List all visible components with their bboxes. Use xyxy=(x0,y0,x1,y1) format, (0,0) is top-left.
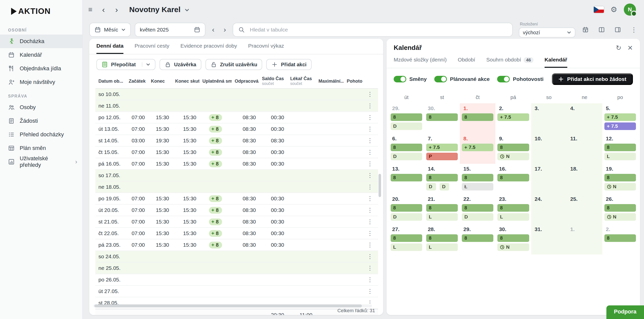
calendar-day-cell[interactable]: 12.8L xyxy=(602,134,638,164)
event-bar-shift[interactable]: 8 xyxy=(462,174,493,181)
calendar-day-cell[interactable]: 1.8 xyxy=(460,103,495,134)
event-bar-shift[interactable]: 8 xyxy=(391,144,422,151)
action-button-uz-v-rka[interactable]: Uzávěrka xyxy=(159,59,201,70)
event-bar-shift[interactable]: 8 xyxy=(497,144,529,151)
event-bar-standby[interactable]: N xyxy=(604,183,636,190)
event-bar-standby[interactable]: N xyxy=(497,153,529,160)
row-menu-button[interactable]: ⋮ xyxy=(364,160,376,167)
event-bar-shift[interactable]: 8 xyxy=(391,113,422,121)
event-bar-shift[interactable]: 8 xyxy=(391,204,422,212)
calendar-day-cell[interactable]: 20.8D xyxy=(389,194,424,224)
calendar-day-cell[interactable]: 23.8L xyxy=(495,194,531,224)
event-bar-shift[interactable]: 8 xyxy=(497,174,529,181)
row-menu-button[interactable]: ⋮ xyxy=(364,241,376,248)
columns-layout-icon-button[interactable] xyxy=(596,24,608,36)
calendar-day-cell[interactable]: 24. xyxy=(531,194,567,224)
layout-select[interactable]: výchozí xyxy=(519,27,575,38)
tab-kalend[interactable]: Kalendář xyxy=(545,57,567,68)
tab-pracovn-cesty[interactable]: Pracovní cesty xyxy=(135,43,169,54)
sidebar-item-p-ehled-doch-zky[interactable]: Přehled docházky xyxy=(0,128,82,141)
row-menu-button[interactable]: ⋮ xyxy=(364,149,376,156)
row-menu-button[interactable]: ⋮ xyxy=(364,276,376,283)
row-menu-button[interactable]: ⋮ xyxy=(364,265,376,272)
calendar-day-cell[interactable]: 18. xyxy=(567,164,602,194)
calendar-day-cell[interactable]: 28.8L xyxy=(424,224,460,254)
event-bar-shift[interactable]: 8 xyxy=(391,234,422,242)
row-menu-button[interactable]: ⋮ xyxy=(364,253,376,260)
calendar-day-cell[interactable]: 15.8Ł xyxy=(460,164,495,194)
row-menu-button[interactable]: ⋮ xyxy=(364,207,376,214)
calendar-day-cell[interactable]: 17. xyxy=(531,164,567,194)
sidebar-item-pl-n-sm-n[interactable]: Plán směn xyxy=(0,141,82,155)
refresh-icon[interactable]: ↻ xyxy=(616,45,621,51)
row-menu-button[interactable]: ⋮ xyxy=(364,230,376,237)
event-bar-plus[interactable]: +7.5 xyxy=(462,144,493,151)
side-panel-icon-button[interactable] xyxy=(612,24,624,36)
row-menu-button[interactable]: ⋮ xyxy=(364,218,376,225)
calendar-day-cell[interactable]: 22.8D xyxy=(460,194,495,224)
event-bar-red[interactable]: P xyxy=(426,153,458,160)
action-button-p-epo-tat[interactable]: Přepočítat xyxy=(96,59,155,70)
calendar-day-cell[interactable]: 27.8L xyxy=(389,224,424,254)
sidebar-item-u-ivatelsk-p-ehledy[interactable]: Uživatelské přehledy› xyxy=(0,155,82,169)
calendar-day-cell[interactable]: 29.8 xyxy=(460,224,495,254)
calendar-export-icon-button[interactable] xyxy=(579,24,592,36)
calendar-day-cell[interactable]: 4. xyxy=(567,103,602,134)
sidebar-item-osoby[interactable]: Osoby xyxy=(0,101,82,114)
toggle-pl-novan-akce[interactable]: Plánované akce xyxy=(434,76,490,82)
sidebar-item-objedn-vka-j-dla[interactable]: Objednávka jídla xyxy=(0,62,82,75)
event-bar-plus[interactable]: +7.5 xyxy=(497,113,529,121)
event-bar-light[interactable]: L xyxy=(604,153,636,160)
add-action-button[interactable]: Přidat akci nebo žádost xyxy=(552,73,633,85)
tab-mzdov-slo-ky-denn[interactable]: Mzdové složky (denní) xyxy=(394,57,447,68)
event-bar-shift[interactable]: 8 xyxy=(462,204,493,212)
toggle-pohotovosti[interactable]: Pohotovosti xyxy=(497,76,543,82)
action-button-zru-it-uz-v-rku[interactable]: Zrušit uzávěrku xyxy=(205,59,262,70)
event-bar-plus[interactable]: +7.5 xyxy=(604,113,636,121)
event-bar-light[interactable]: L xyxy=(426,243,458,251)
row-menu-button[interactable]: ⋮ xyxy=(364,91,376,98)
sidebar-item-doch-zka[interactable]: Docházka xyxy=(0,35,82,48)
calendar-day-cell[interactable]: 19.8N xyxy=(602,164,638,194)
event-bar-shift[interactable]: 8 xyxy=(497,234,529,242)
calendar-day-cell[interactable]: 26.8N xyxy=(602,194,638,224)
calendar-day-cell[interactable]: 1. xyxy=(567,224,602,254)
sidebar-item-kalend[interactable]: Kalendář xyxy=(0,48,82,62)
calendar-day-cell[interactable]: 30.8N xyxy=(495,224,531,254)
row-menu-button[interactable]: ⋮ xyxy=(364,114,376,121)
calendar-day-cell[interactable]: 11. xyxy=(567,134,602,164)
event-bar-light[interactable]: L xyxy=(497,213,529,221)
event-bar-half[interactable]: D xyxy=(426,183,436,190)
event-bar-light[interactable]: L xyxy=(391,243,422,251)
event-bar-purple[interactable]: +7.5 xyxy=(604,122,636,130)
calendar-day-cell[interactable]: 2.8 xyxy=(602,224,638,254)
row-menu-button[interactable]: ⋮ xyxy=(364,102,376,109)
action-button-p-idat-akci[interactable]: Přidat akci xyxy=(266,59,311,70)
event-bar-shift[interactable]: 8 xyxy=(604,204,636,212)
period-selector-button[interactable]: Měsíc xyxy=(89,23,131,37)
sidebar-item-moje-n-v-t-vy[interactable]: Moje návštěvy xyxy=(0,75,82,89)
row-menu-button[interactable]: ⋮ xyxy=(364,172,376,179)
event-bar-shift[interactable]: 8 xyxy=(604,174,636,181)
calendar-day-cell[interactable]: 30.8 xyxy=(424,103,460,134)
event-bar-shift[interactable]: 8 xyxy=(462,113,493,121)
close-icon[interactable]: ✕ xyxy=(627,45,633,51)
event-bar-light[interactable]: D xyxy=(391,213,422,221)
calendar-day-cell[interactable]: 16.8 xyxy=(495,164,531,194)
event-bar-gray[interactable]: Ł xyxy=(462,183,493,190)
event-bar-shift[interactable]: 8 xyxy=(497,204,529,212)
calendar-day-cell[interactable]: 7.+7.5P xyxy=(424,134,460,164)
settings-gear-icon[interactable]: ⚙ xyxy=(610,6,617,13)
more-options-button[interactable]: ⋮ xyxy=(628,24,640,36)
row-menu-button[interactable]: ⋮ xyxy=(364,288,376,295)
event-bar-plus[interactable]: +7.5 xyxy=(426,144,458,151)
user-avatar[interactable]: N xyxy=(624,4,636,16)
row-menu-button[interactable]: ⋮ xyxy=(364,125,376,133)
event-bar-half[interactable]: D xyxy=(440,183,449,190)
event-bar-shift[interactable]: 8 xyxy=(391,174,422,181)
tab-souhrn-obdob[interactable]: Souhrn období46 xyxy=(486,57,533,68)
row-menu-button[interactable]: ⋮ xyxy=(364,137,376,144)
event-bar-shift[interactable]: 8 xyxy=(462,234,493,242)
event-bar-shift[interactable]: 8 xyxy=(426,174,458,181)
event-bar-shift[interactable]: 8 xyxy=(604,144,636,151)
